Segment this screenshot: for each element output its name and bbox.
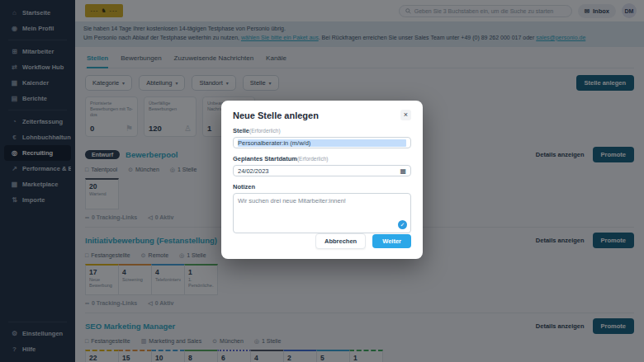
calendar-icon[interactable]: ▦	[400, 167, 406, 175]
cancel-button[interactable]: Abbrechen	[315, 233, 366, 249]
startdatum-input-value: 24/02/2023	[238, 167, 269, 175]
required-suffix: (Erforderlich)	[297, 156, 329, 162]
stelle-input[interactable]: Personalberater:in (m/w/d)	[233, 137, 411, 148]
notizen-field-label: Notizen	[233, 183, 411, 190]
startdatum-input[interactable]: 24/02/2023 ▦	[233, 165, 411, 176]
next-button[interactable]: Weiter	[372, 234, 411, 248]
stelle-input-value: Personalberater:in (m/w/d)	[238, 139, 406, 147]
new-position-modal: Neue Stelle anlegen × Stelle(Erforderlic…	[221, 101, 423, 259]
field-label-text: Stelle	[233, 127, 249, 134]
modal-header: Neue Stelle anlegen ×	[233, 110, 411, 120]
modal-title: Neue Stelle anlegen	[233, 110, 319, 120]
field-label-text: Geplantes Startdatum	[233, 155, 297, 162]
modal-footer: Abbrechen Weiter	[233, 233, 411, 249]
field-label-text: Notizen	[233, 183, 255, 190]
stelle-field-label: Stelle(Erforderlich)	[233, 127, 411, 134]
close-icon[interactable]: ×	[400, 110, 411, 120]
check-circle-icon[interactable]: ✓	[398, 220, 407, 229]
notizen-textarea[interactable]: Wir suchen drei neue Mitarbeiter:innen! …	[233, 193, 411, 233]
required-suffix: (Erforderlich)	[249, 128, 281, 134]
startdatum-field-label: Geplantes Startdatum(Erforderlich)	[233, 155, 411, 162]
notizen-value: Wir suchen drei neue Mitarbeiter:innen!	[238, 197, 346, 205]
